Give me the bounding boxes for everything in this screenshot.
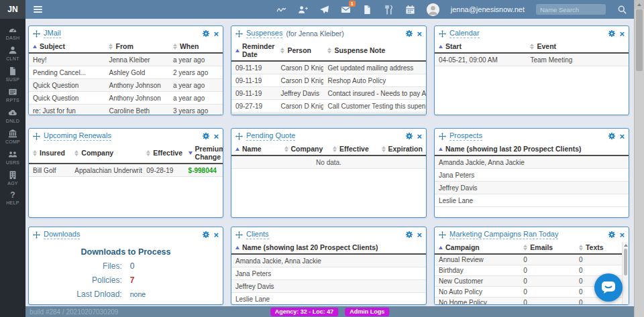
table-row[interactable]: Jana Peters bbox=[231, 267, 426, 280]
column-header[interactable]: Event bbox=[526, 40, 629, 53]
signature-icon[interactable] bbox=[276, 5, 286, 15]
close-icon[interactable]: × bbox=[619, 30, 625, 38]
move-icon[interactable] bbox=[33, 30, 40, 38]
sidebar-item-dash[interactable]: DASH bbox=[0, 25, 25, 40]
utensils-icon[interactable] bbox=[384, 5, 394, 15]
column-header[interactable]: Suspense Note bbox=[323, 40, 426, 61]
add-person-icon[interactable] bbox=[298, 5, 308, 15]
user-email[interactable]: jenna@jenesisnow.net bbox=[451, 5, 525, 13]
table-row[interactable]: Annual Review00 bbox=[435, 254, 629, 265]
column-header[interactable]: Emails bbox=[519, 241, 575, 254]
chat-widget-button[interactable] bbox=[594, 273, 623, 302]
column-header[interactable]: Start bbox=[435, 40, 526, 53]
calendar-icon[interactable] bbox=[405, 5, 415, 15]
panel-title[interactable]: Clients bbox=[246, 230, 269, 239]
close-icon[interactable]: × bbox=[417, 30, 422, 38]
gear-icon[interactable] bbox=[608, 132, 616, 140]
table-row[interactable]: Pending Cancel...Ashley Gold2 years ago bbox=[29, 66, 223, 79]
table-row[interactable]: Amanda Jackie, Anna Jackie bbox=[435, 155, 629, 169]
gear-icon[interactable] bbox=[405, 29, 413, 38]
column-header[interactable]: Texts bbox=[575, 241, 629, 254]
panel-title[interactable]: JMail bbox=[44, 29, 61, 38]
column-header[interactable]: Campaign bbox=[435, 241, 519, 254]
menu-toggle-icon[interactable] bbox=[34, 6, 42, 13]
horizontal-scrollbar[interactable] bbox=[231, 113, 426, 115]
sidebar-item-comp[interactable]: COMP bbox=[0, 129, 25, 144]
table-row[interactable]: Birthday00 bbox=[435, 265, 629, 276]
close-icon[interactable]: × bbox=[213, 133, 219, 140]
column-header[interactable]: Effective bbox=[329, 143, 378, 155]
gear-icon[interactable] bbox=[608, 231, 616, 239]
panel-title[interactable]: Calendar bbox=[449, 29, 480, 38]
panel-title[interactable]: Prospects bbox=[449, 131, 482, 141]
column-header[interactable]: Name bbox=[231, 143, 280, 155]
panel-title[interactable]: Downloads bbox=[44, 230, 80, 239]
move-icon[interactable] bbox=[33, 133, 40, 140]
table-row[interactable]: 09-11-19Carson D KnightGet updated maili… bbox=[231, 61, 426, 74]
window-scrollbar[interactable] bbox=[634, 0, 644, 317]
table-row[interactable]: Bill GolfAppalachian Underwriters09-28-1… bbox=[29, 164, 223, 177]
file-icon[interactable] bbox=[362, 5, 372, 15]
move-icon[interactable] bbox=[439, 30, 446, 38]
column-header[interactable]: From bbox=[105, 40, 168, 53]
table-row[interactable]: re: Just for funCaroline Beth3 years ago bbox=[29, 105, 223, 116]
column-header[interactable]: Company bbox=[280, 143, 329, 155]
scroll-up-arrow[interactable] bbox=[635, 0, 644, 9]
move-icon[interactable] bbox=[235, 231, 243, 239]
scrollbar-thumb[interactable] bbox=[624, 249, 627, 275]
column-header[interactable]: Effective bbox=[142, 143, 184, 164]
sidebar-item-rpts[interactable]: RPTS bbox=[0, 87, 25, 103]
gear-icon[interactable] bbox=[202, 29, 210, 38]
move-icon[interactable] bbox=[235, 30, 243, 38]
gear-icon[interactable] bbox=[405, 231, 413, 239]
sidebar-item-dnld[interactable]: DNLD bbox=[0, 108, 25, 123]
scrollbar-thumb[interactable] bbox=[636, 9, 643, 71]
column-header[interactable]: Reminder Date bbox=[231, 40, 276, 61]
search-icon[interactable] bbox=[617, 5, 627, 15]
gear-icon[interactable] bbox=[608, 29, 616, 38]
move-icon[interactable] bbox=[439, 231, 446, 239]
move-icon[interactable] bbox=[439, 133, 446, 140]
close-icon[interactable]: × bbox=[417, 231, 422, 239]
column-header[interactable]: Premium Change bbox=[184, 143, 223, 164]
admin-logs-badge[interactable]: Admin Logs bbox=[345, 308, 389, 316]
sidebar-item-susp[interactable]: SUSP bbox=[0, 66, 25, 82]
column-header[interactable]: Insured bbox=[29, 143, 70, 164]
table-row[interactable]: Leslie Lane bbox=[435, 194, 629, 207]
panel-title[interactable]: Upcoming Renewals bbox=[44, 131, 111, 141]
column-header[interactable]: Name (showing last 20 Prospect Clients) bbox=[435, 143, 629, 155]
table-row[interactable]: Hey!Jenna Kleibera year ago bbox=[29, 53, 223, 66]
user-avatar[interactable] bbox=[427, 3, 439, 16]
gear-icon[interactable] bbox=[202, 231, 210, 239]
gear-icon[interactable] bbox=[202, 132, 210, 140]
sidebar-item-help[interactable]: ? HELP bbox=[0, 191, 25, 205]
close-icon[interactable]: × bbox=[213, 30, 219, 38]
mail-icon[interactable]: 1 bbox=[341, 5, 351, 15]
column-header[interactable]: Company bbox=[70, 143, 142, 164]
column-header[interactable]: Name (showing last 20 Prospect Clients) bbox=[231, 241, 426, 254]
table-row[interactable]: Jana Peters bbox=[435, 169, 629, 182]
move-icon[interactable] bbox=[235, 133, 243, 140]
send-icon[interactable] bbox=[319, 5, 329, 15]
gear-icon[interactable] bbox=[405, 132, 413, 140]
table-row[interactable]: 04-05-21, 09:00 AMTeam Meeting bbox=[435, 53, 629, 66]
table-row[interactable]: 09-27-19Carson D KnightCall Customer Tes… bbox=[231, 100, 426, 113]
table-row[interactable]: Quick QuestionAnthony Johnsona year ago bbox=[29, 92, 223, 105]
scrollbar-thumb[interactable] bbox=[239, 115, 390, 116]
panel-title[interactable]: Suspenses bbox=[246, 29, 282, 38]
table-row[interactable]: Quick QuestionAnthony Johnsona year ago bbox=[29, 79, 223, 92]
panel-title[interactable]: Pending Quote bbox=[246, 131, 295, 141]
close-icon[interactable]: × bbox=[619, 231, 625, 239]
close-icon[interactable]: × bbox=[213, 231, 219, 239]
column-header[interactable]: When bbox=[169, 40, 223, 53]
table-row[interactable]: Jeffrey Davis bbox=[435, 182, 629, 194]
sidebar-item-usrs[interactable]: USRS bbox=[0, 149, 25, 165]
name-search-input[interactable] bbox=[536, 4, 606, 15]
panel-scrollbar[interactable] bbox=[622, 242, 629, 304]
table-row[interactable]: Leslie Lane bbox=[231, 293, 426, 306]
close-icon[interactable]: × bbox=[417, 133, 422, 140]
column-header[interactable]: Subject bbox=[29, 40, 105, 53]
table-row[interactable]: Amanda Jackie, Anna Jackie bbox=[231, 254, 426, 267]
panel-title[interactable]: Marketing Campaigns Ran Today bbox=[449, 230, 558, 239]
table-row[interactable]: Jeffrey Davis bbox=[231, 280, 426, 293]
